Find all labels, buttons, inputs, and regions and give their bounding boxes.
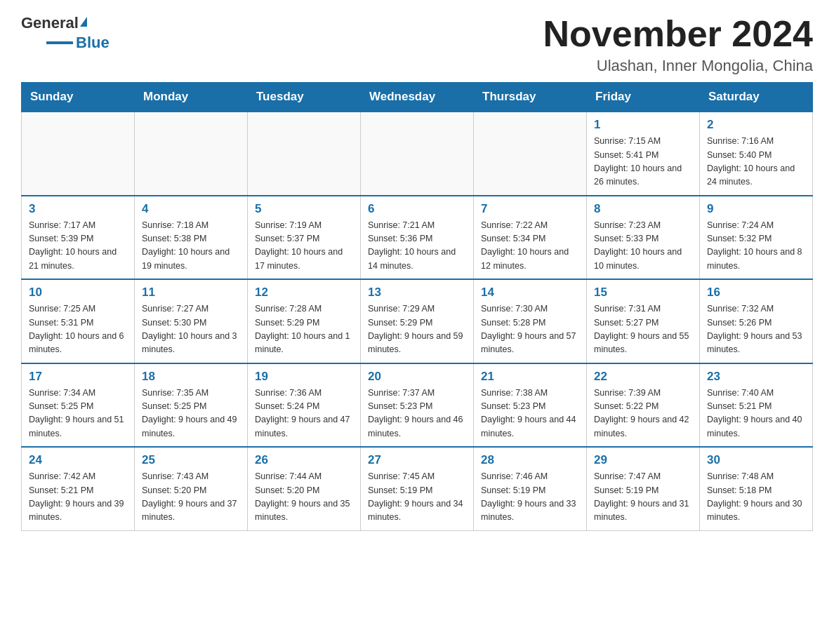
day-number: 11 (142, 286, 240, 300)
calendar-cell: 15Sunrise: 7:31 AM Sunset: 5:27 PM Dayli… (587, 279, 700, 363)
day-number: 30 (707, 453, 805, 467)
day-info: Sunrise: 7:21 AM Sunset: 5:36 PM Dayligh… (368, 219, 466, 274)
day-number: 16 (707, 286, 805, 300)
day-number: 6 (368, 202, 466, 216)
day-info: Sunrise: 7:45 AM Sunset: 5:19 PM Dayligh… (368, 470, 466, 525)
weekday-header-tuesday: Tuesday (248, 83, 361, 112)
day-number: 12 (255, 286, 353, 300)
day-info: Sunrise: 7:31 AM Sunset: 5:27 PM Dayligh… (594, 302, 692, 357)
day-info: Sunrise: 7:47 AM Sunset: 5:19 PM Dayligh… (594, 470, 692, 525)
day-number: 5 (255, 202, 353, 216)
calendar-cell: 28Sunrise: 7:46 AM Sunset: 5:19 PM Dayli… (474, 447, 587, 530)
month-title: November 2024 (543, 14, 813, 54)
day-info: Sunrise: 7:19 AM Sunset: 5:37 PM Dayligh… (255, 219, 353, 274)
weekday-header-row: SundayMondayTuesdayWednesdayThursdayFrid… (22, 83, 813, 112)
day-number: 18 (142, 370, 240, 384)
location-title: Ulashan, Inner Mongolia, China (543, 57, 813, 75)
day-info: Sunrise: 7:38 AM Sunset: 5:23 PM Dayligh… (481, 387, 579, 441)
calendar-week-4: 17Sunrise: 7:34 AM Sunset: 5:25 PM Dayli… (22, 363, 813, 448)
logo-triangle-icon (80, 17, 87, 27)
weekday-header-sunday: Sunday (22, 83, 135, 112)
day-number: 7 (481, 202, 579, 216)
weekday-header-saturday: Saturday (700, 83, 813, 112)
calendar-week-5: 24Sunrise: 7:42 AM Sunset: 5:21 PM Dayli… (22, 447, 813, 530)
day-number: 24 (29, 453, 127, 467)
calendar-week-3: 10Sunrise: 7:25 AM Sunset: 5:31 PM Dayli… (22, 279, 813, 363)
day-number: 29 (594, 453, 692, 467)
calendar-cell: 20Sunrise: 7:37 AM Sunset: 5:23 PM Dayli… (361, 363, 474, 448)
calendar-cell: 18Sunrise: 7:35 AM Sunset: 5:25 PM Dayli… (135, 363, 248, 448)
day-info: Sunrise: 7:29 AM Sunset: 5:29 PM Dayligh… (368, 302, 466, 357)
calendar-cell: 11Sunrise: 7:27 AM Sunset: 5:30 PM Dayli… (135, 279, 248, 363)
calendar-cell (474, 112, 587, 196)
calendar-cell: 23Sunrise: 7:40 AM Sunset: 5:21 PM Dayli… (700, 363, 813, 448)
day-info: Sunrise: 7:32 AM Sunset: 5:26 PM Dayligh… (707, 302, 805, 357)
day-info: Sunrise: 7:44 AM Sunset: 5:20 PM Dayligh… (255, 470, 353, 525)
logo-general: General (21, 14, 79, 32)
calendar-cell (22, 112, 135, 196)
calendar-cell: 30Sunrise: 7:48 AM Sunset: 5:18 PM Dayli… (700, 447, 813, 530)
day-info: Sunrise: 7:36 AM Sunset: 5:24 PM Dayligh… (255, 387, 353, 441)
calendar-cell (248, 112, 361, 196)
day-number: 25 (142, 453, 240, 467)
day-number: 8 (594, 202, 692, 216)
day-info: Sunrise: 7:48 AM Sunset: 5:18 PM Dayligh… (707, 470, 805, 525)
day-number: 14 (481, 286, 579, 300)
day-info: Sunrise: 7:17 AM Sunset: 5:39 PM Dayligh… (29, 219, 127, 274)
title-area: November 2024 Ulashan, Inner Mongolia, C… (543, 14, 813, 75)
calendar-cell: 19Sunrise: 7:36 AM Sunset: 5:24 PM Dayli… (248, 363, 361, 448)
day-number: 19 (255, 370, 353, 384)
calendar-cell: 14Sunrise: 7:30 AM Sunset: 5:28 PM Dayli… (474, 279, 587, 363)
logo-blue: Blue (76, 34, 110, 52)
day-number: 22 (594, 370, 692, 384)
day-number: 28 (481, 453, 579, 467)
calendar-cell: 16Sunrise: 7:32 AM Sunset: 5:26 PM Dayli… (700, 279, 813, 363)
day-number: 9 (707, 202, 805, 216)
day-info: Sunrise: 7:16 AM Sunset: 5:40 PM Dayligh… (707, 135, 805, 189)
day-info: Sunrise: 7:24 AM Sunset: 5:32 PM Dayligh… (707, 219, 805, 274)
day-number: 26 (255, 453, 353, 467)
calendar-cell: 17Sunrise: 7:34 AM Sunset: 5:25 PM Dayli… (22, 363, 135, 448)
weekday-header-wednesday: Wednesday (361, 83, 474, 112)
day-info: Sunrise: 7:27 AM Sunset: 5:30 PM Dayligh… (142, 302, 240, 357)
day-number: 20 (368, 370, 466, 384)
calendar-cell: 2Sunrise: 7:16 AM Sunset: 5:40 PM Daylig… (700, 112, 813, 196)
logo-line: Blue (21, 34, 110, 52)
day-number: 23 (707, 370, 805, 384)
day-info: Sunrise: 7:23 AM Sunset: 5:33 PM Dayligh… (594, 219, 692, 274)
calendar-cell: 1Sunrise: 7:15 AM Sunset: 5:41 PM Daylig… (587, 112, 700, 196)
calendar-cell: 24Sunrise: 7:42 AM Sunset: 5:21 PM Dayli… (22, 447, 135, 530)
day-info: Sunrise: 7:15 AM Sunset: 5:41 PM Dayligh… (594, 135, 692, 189)
day-info: Sunrise: 7:22 AM Sunset: 5:34 PM Dayligh… (481, 219, 579, 274)
calendar-cell: 22Sunrise: 7:39 AM Sunset: 5:22 PM Dayli… (587, 363, 700, 448)
day-info: Sunrise: 7:46 AM Sunset: 5:19 PM Dayligh… (481, 470, 579, 525)
calendar-week-2: 3Sunrise: 7:17 AM Sunset: 5:39 PM Daylig… (22, 196, 813, 280)
day-number: 13 (368, 286, 466, 300)
day-info: Sunrise: 7:40 AM Sunset: 5:21 PM Dayligh… (707, 387, 805, 441)
calendar-cell: 5Sunrise: 7:19 AM Sunset: 5:37 PM Daylig… (248, 196, 361, 280)
calendar-cell: 29Sunrise: 7:47 AM Sunset: 5:19 PM Dayli… (587, 447, 700, 530)
day-info: Sunrise: 7:39 AM Sunset: 5:22 PM Dayligh… (594, 387, 692, 441)
day-number: 10 (29, 286, 127, 300)
logo-bar (46, 41, 73, 44)
calendar-cell: 21Sunrise: 7:38 AM Sunset: 5:23 PM Dayli… (474, 363, 587, 448)
day-info: Sunrise: 7:18 AM Sunset: 5:38 PM Dayligh… (142, 219, 240, 274)
calendar-cell (361, 112, 474, 196)
calendar-cell (135, 112, 248, 196)
day-info: Sunrise: 7:37 AM Sunset: 5:23 PM Dayligh… (368, 387, 466, 441)
calendar-week-1: 1Sunrise: 7:15 AM Sunset: 5:41 PM Daylig… (22, 112, 813, 196)
calendar-cell: 6Sunrise: 7:21 AM Sunset: 5:36 PM Daylig… (361, 196, 474, 280)
weekday-header-friday: Friday (587, 83, 700, 112)
calendar-cell: 26Sunrise: 7:44 AM Sunset: 5:20 PM Dayli… (248, 447, 361, 530)
day-number: 1 (594, 118, 692, 132)
day-number: 27 (368, 453, 466, 467)
day-number: 3 (29, 202, 127, 216)
weekday-header-thursday: Thursday (474, 83, 587, 112)
day-info: Sunrise: 7:30 AM Sunset: 5:28 PM Dayligh… (481, 302, 579, 357)
day-info: Sunrise: 7:43 AM Sunset: 5:20 PM Dayligh… (142, 470, 240, 525)
page-header: General Blue November 2024 Ulashan, Inne… (21, 14, 813, 75)
calendar-cell: 27Sunrise: 7:45 AM Sunset: 5:19 PM Dayli… (361, 447, 474, 530)
calendar-cell: 4Sunrise: 7:18 AM Sunset: 5:38 PM Daylig… (135, 196, 248, 280)
calendar-cell: 3Sunrise: 7:17 AM Sunset: 5:39 PM Daylig… (22, 196, 135, 280)
calendar-cell: 12Sunrise: 7:28 AM Sunset: 5:29 PM Dayli… (248, 279, 361, 363)
